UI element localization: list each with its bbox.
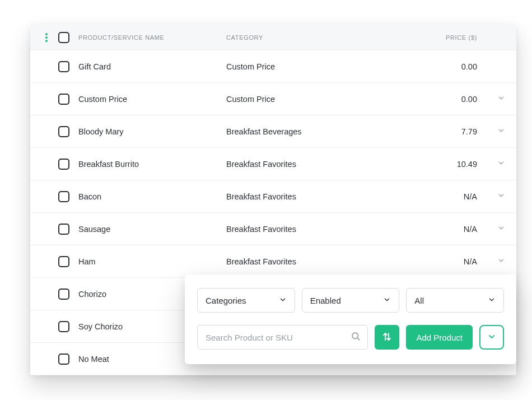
sort-icon	[382, 332, 392, 343]
table-row[interactable]: HamBreakfast FavoritesN/A	[30, 245, 516, 278]
cell-price: 0.00	[416, 95, 477, 104]
cell-price: 10.49	[416, 160, 477, 169]
expand-row-icon[interactable]	[497, 94, 505, 104]
select-all-checkbox[interactable]	[58, 32, 69, 43]
expand-row-icon[interactable]	[497, 257, 505, 267]
filter-scope-label: All	[414, 296, 424, 305]
filter-categories-select[interactable]: Categories	[197, 288, 295, 313]
expand-row-icon[interactable]	[497, 192, 505, 202]
row-checkbox[interactable]	[58, 321, 69, 332]
expand-row-icon[interactable]	[497, 224, 505, 234]
cell-category: Breakfast Beverages	[226, 127, 416, 136]
svg-point-0	[45, 33, 48, 35]
svg-point-1	[45, 36, 48, 39]
table-header: PRODUCT/SERVICE NAME CATEGORY PRICE ($)	[30, 25, 516, 50]
cell-category: Breakfast Favorites	[226, 257, 416, 266]
search-icon[interactable]	[351, 331, 361, 343]
cell-product-name: Ham	[75, 257, 226, 266]
table-row[interactable]: Custom PriceCustom Price0.00	[30, 83, 516, 115]
row-checkbox[interactable]	[58, 256, 69, 267]
cell-category: Custom Price	[226, 95, 416, 104]
table-row[interactable]: Bloody MaryBreakfast Beverages7.79	[30, 115, 516, 148]
cell-price: 0.00	[416, 62, 477, 71]
chevron-down-icon	[487, 332, 496, 343]
row-checkbox[interactable]	[58, 224, 69, 235]
filter-status-select[interactable]: Enabled	[302, 288, 400, 313]
row-checkbox[interactable]	[58, 126, 69, 137]
search-wrap	[197, 325, 368, 350]
cell-price: N/A	[416, 225, 477, 234]
row-checkbox[interactable]	[58, 94, 69, 105]
col-header-price[interactable]: PRICE ($)	[416, 34, 477, 41]
expand-row-icon[interactable]	[497, 127, 505, 137]
cell-category: Custom Price	[226, 62, 416, 71]
table-row[interactable]: Gift CardCustom Price0.00	[30, 50, 516, 83]
cell-category: Breakfast Favorites	[226, 192, 416, 201]
more-vert-icon[interactable]	[45, 33, 48, 42]
cell-price: N/A	[416, 257, 477, 266]
table-row[interactable]: Breakfast BurritoBreakfast Favorites10.4…	[30, 148, 516, 180]
chevron-down-icon	[279, 296, 287, 305]
row-checkbox[interactable]	[58, 191, 69, 202]
filter-categories-label: Categories	[206, 296, 246, 305]
filter-scope-select[interactable]: All	[406, 288, 504, 313]
col-header-category[interactable]: CATEGORY	[226, 34, 416, 41]
cell-product-name: Breakfast Burrito	[75, 160, 226, 169]
row-checkbox[interactable]	[58, 61, 69, 72]
filter-status-label: Enabled	[310, 296, 341, 305]
svg-point-2	[45, 40, 48, 42]
col-header-name[interactable]: PRODUCT/SERVICE NAME	[75, 34, 226, 41]
chevron-down-icon	[383, 296, 391, 305]
add-product-label: Add Product	[416, 333, 463, 342]
add-product-button[interactable]: Add Product	[406, 325, 473, 350]
cell-category: Breakfast Favorites	[226, 225, 416, 234]
cell-product-name: Sausage	[75, 225, 226, 234]
svg-line-4	[358, 338, 360, 339]
search-input[interactable]	[206, 333, 351, 342]
cell-product-name: Bloody Mary	[75, 127, 226, 136]
row-checkbox[interactable]	[58, 289, 69, 300]
cell-price: 7.79	[416, 127, 477, 136]
row-checkbox[interactable]	[58, 354, 69, 365]
cell-product-name: Gift Card	[75, 62, 226, 71]
toolbar-panel: Categories Enabled All	[185, 275, 516, 364]
cell-product-name: Bacon	[75, 192, 226, 201]
cell-category: Breakfast Favorites	[226, 160, 416, 169]
cell-product-name: Custom Price	[75, 95, 226, 104]
add-product-dropdown-button[interactable]	[479, 325, 504, 350]
sort-button[interactable]	[375, 325, 399, 350]
table-row[interactable]: SausageBreakfast FavoritesN/A	[30, 213, 516, 245]
chevron-down-icon	[488, 296, 496, 305]
table-row[interactable]: BaconBreakfast FavoritesN/A	[30, 180, 516, 213]
cell-price: N/A	[416, 192, 477, 201]
row-checkbox[interactable]	[58, 159, 69, 170]
expand-row-icon[interactable]	[497, 159, 505, 169]
